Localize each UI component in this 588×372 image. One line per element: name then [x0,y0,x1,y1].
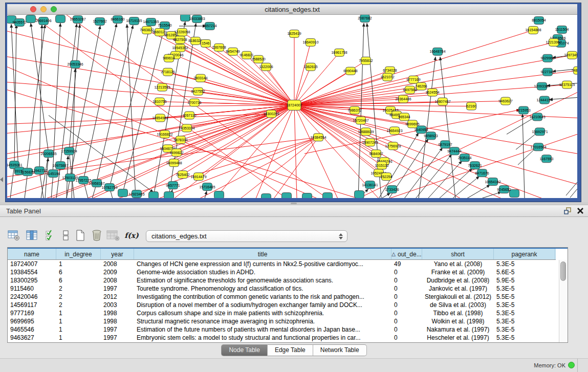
network-node-label: 3267110 [183,114,197,117]
network-edge [241,137,318,198]
network-node-label: 7955812 [359,59,373,62]
table-row[interactable]: 2242004622012Investigating the contribut… [8,293,556,301]
column-header-title[interactable]: title [134,249,391,259]
network-node-label: 2718126 [161,70,175,74]
cell-short: de Silva et al. (2003) [422,301,494,309]
delete-trash-icon[interactable] [89,228,104,243]
network-node-label: 6879197 [438,143,452,146]
cell-in_degree: 1 [56,309,101,317]
network-node-label: 1733426 [385,188,399,191]
network-node[interactable] [282,193,292,198]
network-node-label: 16099488 [166,161,182,165]
float-panel-icon[interactable] [563,207,572,215]
table-row[interactable]: 946362711997Embryonic stem cells: a mode… [8,334,556,342]
new-table-icon[interactable] [73,228,88,243]
cell-in_degree: 1 [56,334,101,342]
network-node[interactable] [56,15,66,23]
network-edge [566,182,577,195]
network-node[interactable] [149,192,159,198]
column-header-in_degree[interactable]: in_degree [56,249,101,259]
network-node-label: 19166822 [157,133,172,136]
sidebar-collapse-arrow-icon[interactable] [0,177,3,182]
network-node[interactable] [118,189,128,197]
network-node-label: 9858923 [424,134,438,138]
cell-in_degree: 2 [56,285,101,293]
network-edge [428,161,462,198]
network-node[interactable] [355,191,364,198]
table-row[interactable]: 946554611997Estimation of the future num… [8,325,556,334]
network-node-label: 746266 [415,84,427,88]
row-height-icon[interactable] [58,228,74,243]
network-node[interactable] [164,192,174,198]
network-node-label: 12093387 [534,84,550,88]
network-node-label: 7485063 [571,69,577,72]
tab-edge-table[interactable]: Edge Table [268,344,313,356]
network-node-label: 8471676 [475,171,489,175]
network-node-label: 9474444 [447,149,461,153]
network-node[interactable] [214,191,224,198]
cell-year: 1998 [101,309,134,317]
column-header-short[interactable]: short [422,249,494,259]
table-row[interactable]: 1830029562008Estimation of significance … [8,276,556,285]
network-node-label: 19854982 [152,116,168,120]
cell-title: Estimation of the future numbers of pati… [134,325,391,334]
network-node-label: 1825419 [287,32,301,35]
cell-name: 9115460 [8,285,56,293]
select-rows-icon[interactable] [43,228,58,243]
table-vertical-scrollbar[interactable] [559,260,568,342]
delete-table-icon[interactable] [105,228,121,243]
table-settings-icon[interactable] [6,228,21,243]
cell-out_de: 49 [391,260,422,268]
network-node-label: 13942737 [31,169,47,172]
table-select-dropdown[interactable]: citations_edges.txt [146,230,347,242]
network-node[interactable] [26,15,36,23]
column-header-pagerank[interactable]: pagerank [494,249,555,259]
network-edge [83,24,117,180]
network-node-label: 7625402 [176,173,189,177]
table-header-row: namein_degreeyeartitle△out_de...shortpag… [8,249,556,260]
table-row[interactable]: 969969511998Structural magnetic resonanc… [8,317,556,325]
network-edge [274,137,318,198]
tab-node-table[interactable]: Node Table [221,344,268,356]
network-node-label: 6734028 [383,69,397,72]
column-header-label: title [258,251,268,258]
table-row[interactable]: 1938455462009Genome-wide association stu… [8,268,556,276]
network-node-label: 62160 [466,104,476,108]
network-node-label: 3624554 [425,91,439,94]
cell-out_de: 0 [391,301,422,309]
network-node[interactable] [262,194,271,198]
network-edge [195,41,294,105]
tab-network-table[interactable]: Network Table [313,344,367,356]
network-node-label: 12444154 [536,98,552,102]
network-node[interactable] [302,193,312,198]
network-canvas[interactable]: 9405572206914061065328715276028466160107… [7,15,577,198]
table-row[interactable]: 1872400712008Changes of HCN gene express… [8,260,556,268]
scrollbar-thumb[interactable] [560,261,566,281]
network-node-label: 1546 [202,41,210,45]
network-node-label: 15692971 [532,130,548,134]
function-builder-icon[interactable]: f(x) [124,228,139,243]
network-node-label: 14671355 [143,20,159,24]
network-edge [53,23,60,173]
memory-ok-indicator[interactable] [568,362,575,368]
cell-year: 1997 [101,334,134,342]
cell-title: Corpus callosum shape and size in male p… [134,309,391,317]
column-header-year[interactable]: year [101,249,134,259]
cytoscape-app: citations_edges.txt 94055722069140610653… [0,0,588,372]
cell-name: 9777169 [8,309,56,317]
network-node-label: 9684067 [369,152,383,156]
cell-name: 14569117 [8,301,56,309]
network-node-label: 2803144 [193,76,207,80]
show-columns-icon[interactable] [25,228,40,243]
table-row[interactable]: 1456911722003Disruption of a novel membe… [8,301,556,309]
close-panel-icon[interactable] [577,207,584,214]
network-window-titlebar[interactable]: citations_edges.txt [7,4,577,15]
network-node[interactable] [323,193,333,198]
table-row[interactable]: 977716911998Corpus callosum shape and si… [8,309,556,317]
column-header-name[interactable]: name [8,249,56,259]
network-edge [389,134,577,198]
column-header-out_de[interactable]: △out_de... [391,249,422,259]
table-row[interactable]: 911546021997Tourette syndrome. Phenomeno… [8,285,556,293]
network-node-label: 9245652 [497,188,511,191]
network-node-label: 1700716 [187,101,201,104]
